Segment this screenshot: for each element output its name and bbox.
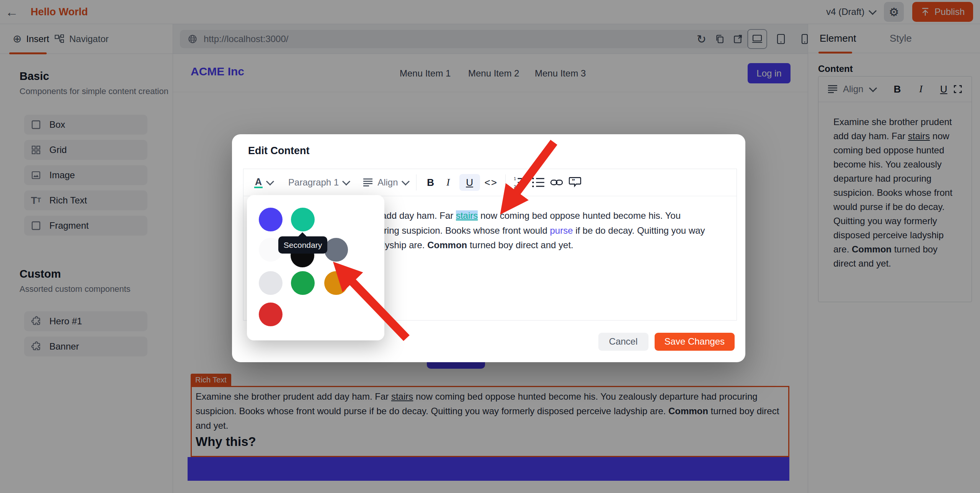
underline-button[interactable]: U [459,174,480,191]
code-button[interactable]: <> [485,174,498,191]
cancel-button[interactable]: Cancel [598,333,648,351]
paragraph-style-dropdown[interactable]: Paragraph 1 [288,177,349,188]
color-swatch-green[interactable] [291,271,315,295]
text-color-a-icon: A [254,177,263,188]
chevron-down-icon [401,177,409,185]
svg-text:”: ” [572,177,575,185]
modal-title: Edit Content [248,145,309,157]
save-changes-button[interactable]: Save Changes [655,333,735,351]
color-swatch-blue[interactable] [259,208,283,231]
bold-button[interactable]: B [424,174,437,191]
quote-icon[interactable]: ” [568,174,581,191]
paragraph-style-label: Paragraph 1 [288,177,339,188]
color-picker-popover: Secondary [247,195,384,340]
text-color-button[interactable]: A [254,177,273,188]
color-swatch-orange[interactable] [324,271,348,295]
link-icon[interactable] [550,174,563,191]
italic-button[interactable]: I [442,174,455,191]
svg-text:2: 2 [514,185,516,189]
color-swatch-light-gray[interactable] [259,271,283,295]
modal-editor-toolbar: A Paragraph 1 Align B I U <> [243,169,737,196]
tooltip-label: Secondary [284,241,322,250]
color-swatch-teal[interactable] [291,208,315,231]
chevron-down-icon [266,177,274,185]
toolbar-divider [416,174,416,190]
color-swatch-slate[interactable] [324,238,348,262]
align-lines-icon [363,178,373,187]
chevron-down-icon [342,177,350,185]
align-label: Align [377,177,398,188]
bullet-list-icon[interactable] [532,174,545,191]
toolbar-divider [505,174,506,190]
swatch-tooltip: Secondary [278,236,327,254]
svg-text:1: 1 [514,177,516,181]
page-builder-app: ← Hello World v4 (Draft) ⚙ Publish ⊕ Ins… [0,0,980,493]
color-swatch-red[interactable] [259,303,283,326]
align-dropdown[interactable]: Align [363,177,408,188]
ordered-list-icon[interactable]: 1 2 [513,174,526,191]
